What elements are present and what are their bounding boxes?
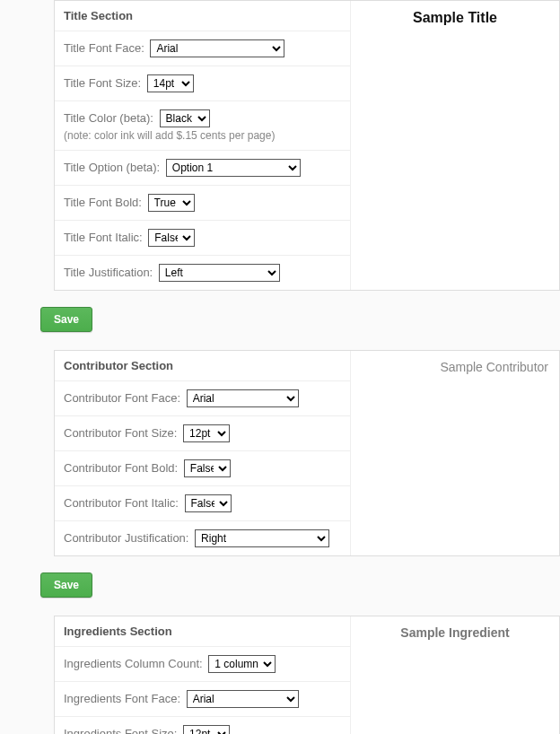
ingredients-font-face-row: Ingredients Font Face: Arial — [55, 682, 350, 717]
title-font-face-row: Title Font Face: Arial — [55, 31, 350, 66]
ingredients-font-face-label: Ingredients Font Face: — [64, 692, 180, 705]
title-justify-select[interactable]: Left — [159, 264, 280, 282]
contributor-justify-label: Contributor Justification: — [64, 531, 188, 545]
ingredients-col-count-select[interactable]: 1 column — [208, 655, 276, 673]
contributor-bold-row: Contributor Font Bold: False — [55, 451, 350, 486]
title-italic-label: Title Font Italic: — [64, 231, 143, 244]
ingredients-preview-column: Sample Ingredient — [351, 616, 559, 734]
contributor-bold-select[interactable]: False — [184, 459, 231, 477]
title-option-label: Title Option (beta): — [64, 161, 160, 174]
contributor-font-size-row: Contributor Font Size: 12pt — [55, 416, 350, 451]
title-option-select[interactable]: Option 1 — [166, 159, 301, 177]
contributor-font-face-label: Contributor Font Face: — [64, 391, 180, 405]
title-italic-select[interactable]: False — [148, 229, 195, 247]
contributor-italic-select[interactable]: False — [185, 494, 232, 512]
title-option-row: Title Option (beta): Option 1 — [55, 151, 350, 186]
ingredients-font-size-label: Ingredients Font Size: — [64, 727, 177, 734]
contributor-section-panel: Contributor Section Contributor Font Fac… — [54, 350, 560, 556]
title-color-row: Title Color (beta): Black (note: color i… — [55, 101, 350, 151]
contributor-justify-row: Contributor Justification: Right — [55, 521, 350, 555]
ingredients-font-size-select[interactable]: 12pt — [183, 725, 230, 734]
title-bold-label: Title Font Bold: — [64, 196, 142, 209]
title-preview-text: Sample Title — [413, 10, 497, 25]
save-button[interactable]: Save — [40, 572, 92, 598]
title-justify-row: Title Justification: Left — [55, 256, 350, 290]
title-bold-select[interactable]: True — [148, 194, 195, 212]
title-font-face-label: Title Font Face: — [64, 41, 144, 55]
title-form-column: Title Section Title Font Face: Arial Tit… — [55, 1, 351, 290]
contributor-bold-label: Contributor Font Bold: — [64, 461, 178, 475]
title-font-face-select[interactable]: Arial — [150, 39, 284, 57]
contributor-preview-text: Sample Contributor — [351, 360, 559, 374]
ingredients-section-header: Ingredients Section — [55, 616, 350, 647]
title-preview-column: Sample Title — [351, 1, 559, 290]
contributor-italic-label: Contributor Font Italic: — [64, 496, 179, 510]
contributor-font-size-select[interactable]: 12pt — [183, 424, 230, 442]
contributor-font-face-select[interactable]: Arial — [187, 389, 299, 407]
ingredients-font-face-select[interactable]: Arial — [187, 690, 299, 708]
ingredients-preview-text: Sample Ingredient — [400, 625, 509, 640]
contributor-section-header: Contributor Section — [55, 351, 350, 381]
title-color-label: Title Color (beta): — [64, 111, 153, 125]
ingredients-form-column: Ingredients Section Ingredients Column C… — [55, 616, 351, 734]
contributor-form-column: Contributor Section Contributor Font Fac… — [55, 351, 351, 555]
title-justify-label: Title Justification: — [64, 266, 153, 279]
ingredients-col-count-label: Ingredients Column Count: — [64, 657, 203, 670]
title-font-size-row: Title Font Size: 14pt — [55, 66, 350, 101]
contributor-preview-column: Sample Contributor — [351, 351, 559, 555]
ingredients-col-count-row: Ingredients Column Count: 1 column — [55, 647, 350, 682]
contributor-font-face-row: Contributor Font Face: Arial — [55, 381, 350, 416]
contributor-italic-row: Contributor Font Italic: False — [55, 486, 350, 521]
contributor-justify-select[interactable]: Right — [195, 529, 329, 547]
title-color-note: (note: color ink will add $.15 cents per… — [64, 129, 341, 142]
title-font-size-label: Title Font Size: — [64, 76, 141, 90]
title-italic-row: Title Font Italic: False — [55, 221, 350, 256]
save-button[interactable]: Save — [40, 307, 92, 332]
title-color-select[interactable]: Black — [160, 109, 210, 127]
title-section-header: Title Section — [55, 1, 350, 31]
title-bold-row: Title Font Bold: True — [55, 186, 350, 221]
title-font-size-select[interactable]: 14pt — [147, 74, 194, 92]
ingredients-font-size-row: Ingredients Font Size: 12pt — [55, 717, 350, 734]
title-section-panel: Title Section Title Font Face: Arial Tit… — [54, 0, 560, 291]
ingredients-section-panel: Ingredients Section Ingredients Column C… — [54, 616, 560, 734]
contributor-font-size-label: Contributor Font Size: — [64, 426, 177, 440]
